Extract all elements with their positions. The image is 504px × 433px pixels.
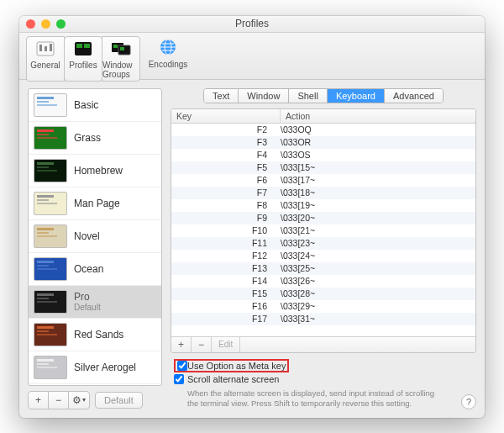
cell-action: \033[23~ (281, 238, 475, 248)
profile-thumb (34, 159, 67, 182)
svg-rect-8 (113, 45, 118, 48)
toolbar-item-general[interactable]: General (26, 36, 65, 82)
col-action[interactable]: Action (281, 109, 475, 123)
table-row[interactable]: F13\033[25~ (171, 262, 475, 275)
svg-rect-29 (37, 232, 49, 234)
cell-key: F14 (171, 276, 281, 286)
profile-thumb (34, 126, 67, 150)
cell-key: F8 (171, 200, 281, 210)
table-row[interactable]: F12\033[24~ (171, 250, 475, 262)
profile-item[interactable]: Homebrew (29, 155, 161, 187)
toolbar-label: Encodings (149, 60, 188, 69)
toolbar: General Profiles Window Groups Encodings (19, 33, 485, 80)
svg-rect-10 (120, 47, 124, 50)
profile-item[interactable]: Silver Aerogel (29, 351, 161, 384)
svg-rect-24 (37, 170, 57, 172)
svg-rect-41 (37, 363, 49, 365)
cell-key: F10 (171, 225, 281, 235)
table-row[interactable]: F10\033[21~ (171, 224, 475, 237)
tab-window[interactable]: Window (239, 89, 289, 103)
help-icon[interactable]: ? (461, 394, 476, 409)
tab-bar: TextWindowShellKeyboardAdvanced (171, 88, 476, 103)
cell-key: F4 (171, 150, 281, 160)
table-body[interactable]: F2\033OQF3\033ORF4\033OSF5\033[15~F6\033… (171, 124, 475, 336)
table-row[interactable]: F5\033[15~ (171, 161, 475, 174)
svg-rect-35 (37, 298, 49, 299)
cell-key: F7 (171, 187, 281, 198)
profile-name: Basic (74, 99, 156, 111)
table-row[interactable]: F6\033[17~ (171, 174, 475, 187)
add-profile-button[interactable]: + (29, 392, 49, 409)
profile-name: Red Sands (74, 329, 156, 341)
cell-key: F13 (171, 263, 281, 273)
table-row[interactable]: F14\033[26~ (171, 275, 475, 288)
profile-item[interactable]: Basic (29, 89, 161, 122)
table-row[interactable]: F15\033[28~ (171, 288, 475, 300)
table-row[interactable]: F3\033OR (171, 136, 475, 149)
sidebar: BasicGrassHomebrewMan PageNovelOceanProD… (28, 88, 162, 409)
toolbar-item-profiles[interactable]: Profiles (64, 36, 102, 82)
add-mapping-button[interactable]: + (171, 337, 192, 352)
profile-item[interactable]: Ocean (29, 253, 161, 286)
toolbar-label: Window Groups (102, 61, 139, 79)
profile-item[interactable]: Man Page (29, 187, 161, 220)
profile-thumb (34, 290, 67, 314)
chevron-down-icon: ▾ (82, 396, 86, 404)
toolbar-item-encodings[interactable]: Encodings (149, 36, 187, 71)
tab-text[interactable]: Text (204, 89, 239, 103)
cell-key: F15 (171, 288, 281, 298)
action-menu-button[interactable]: ⚙▾ (69, 392, 89, 409)
cell-action: \033OQ (281, 124, 475, 135)
callout-highlight: Use Option as Meta key (174, 359, 289, 372)
table-row[interactable]: F4\033OS (171, 149, 475, 161)
sidebar-actions: + − ⚙▾ (28, 391, 90, 409)
svg-rect-37 (37, 326, 54, 329)
svg-rect-31 (37, 261, 54, 263)
svg-rect-25 (37, 195, 54, 198)
table-row[interactable]: F9\033[20~ (171, 212, 475, 224)
keymap-table: Key Action F2\033OQF3\033ORF4\033OSF5\03… (171, 108, 476, 353)
toolbar-item-window-groups[interactable]: Window Groups (102, 36, 140, 82)
profile-item[interactable]: Grass (29, 122, 161, 155)
table-row[interactable]: F2\033OQ (171, 124, 475, 136)
help-row: When the alternate screen is displayed, … (171, 385, 476, 409)
profile-item[interactable]: ProDefault (29, 286, 161, 319)
table-row[interactable]: F7\033[18~ (171, 187, 475, 199)
cell-action: \033[31~ (281, 314, 475, 324)
col-key[interactable]: Key (171, 109, 281, 123)
table-row[interactable]: F8\033[19~ (171, 199, 475, 212)
meta-key-checkbox[interactable] (177, 361, 187, 371)
table-row[interactable]: F11\033[23~ (171, 237, 475, 250)
edit-mapping-button[interactable]: Edit (212, 337, 240, 352)
set-default-button[interactable]: Default (95, 392, 143, 409)
remove-profile-button[interactable]: − (49, 392, 69, 409)
titlebar: Profiles (19, 16, 485, 33)
svg-rect-19 (37, 129, 54, 132)
cell-action: \033[15~ (281, 162, 475, 172)
toolbar-tabs: General Profiles Window Groups (26, 36, 140, 82)
cell-action: \033[19~ (281, 200, 475, 210)
cell-key: F9 (171, 213, 281, 223)
cell-action: \033[25~ (281, 263, 475, 273)
scroll-alt-label[interactable]: Scroll alternate screen (187, 374, 279, 384)
table-row[interactable]: F16\033[29~ (171, 300, 475, 313)
remove-mapping-button[interactable]: − (192, 337, 212, 352)
svg-rect-36 (37, 301, 57, 303)
profile-list[interactable]: BasicGrassHomebrewMan PageNovelOceanProD… (28, 88, 162, 386)
profile-sublabel: Default (74, 303, 156, 312)
sidebar-footer: + − ⚙▾ Default (28, 391, 162, 409)
table-row[interactable]: F17\033[31~ (171, 313, 475, 325)
scroll-alt-checkbox[interactable] (174, 374, 184, 384)
profile-item[interactable]: Red Sands (29, 319, 161, 351)
cell-action: \033[17~ (281, 175, 475, 185)
option-scroll-alt-row: Scroll alternate screen (171, 373, 476, 385)
svg-rect-18 (37, 104, 57, 106)
tab-shell[interactable]: Shell (289, 89, 327, 103)
tab-advanced[interactable]: Advanced (385, 89, 443, 103)
profile-item[interactable]: Novel (29, 220, 161, 253)
svg-rect-21 (37, 137, 57, 139)
profile-name: Homebrew (74, 165, 156, 177)
tab-keyboard[interactable]: Keyboard (328, 89, 385, 103)
meta-key-label[interactable]: Use Option as Meta key (187, 361, 286, 371)
globe-icon (156, 38, 180, 58)
